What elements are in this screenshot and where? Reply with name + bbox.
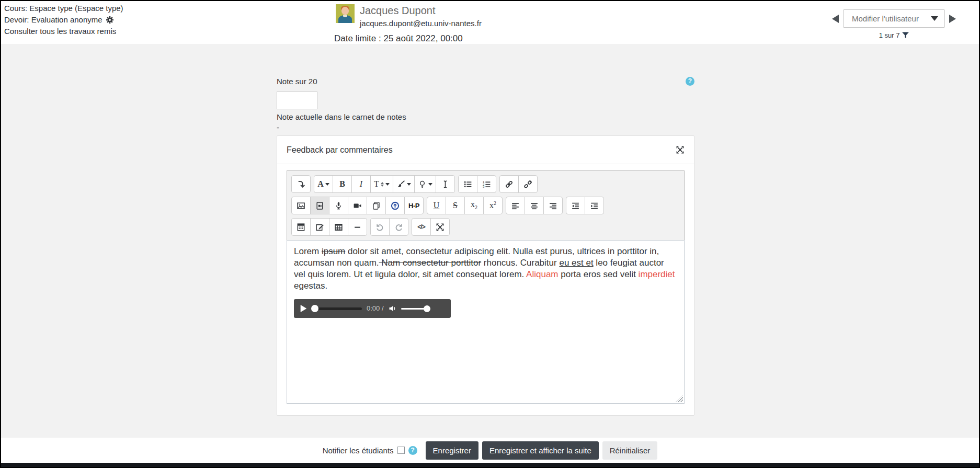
edit-pencil-button[interactable] xyxy=(310,218,329,236)
superscript-icon: x2 xyxy=(489,201,496,210)
upload-record-button[interactable] xyxy=(385,197,405,214)
pencil-square-icon xyxy=(315,223,324,232)
unlink-button[interactable] xyxy=(518,175,538,193)
due-date: Date limite : 25 août 2022, 00:00 xyxy=(334,33,463,44)
bold-button[interactable]: B xyxy=(333,175,352,193)
outdent-button[interactable] xyxy=(566,197,585,214)
expand-icon[interactable] xyxy=(676,145,685,154)
change-user-label: Modifier l'utilisateur xyxy=(852,14,919,23)
seek-thumb[interactable] xyxy=(311,305,318,312)
h5p-icon: H-P xyxy=(408,202,419,210)
clear-format-button[interactable] xyxy=(436,175,455,193)
html-code-button[interactable]: </> xyxy=(412,218,431,236)
redo-button[interactable] xyxy=(389,218,408,236)
equation-button[interactable] xyxy=(291,218,311,236)
page-header: Cours: Espace type (Espace type) Devoir:… xyxy=(1,1,979,44)
play-button[interactable] xyxy=(300,305,307,312)
action-bar: Notifier les étudiants ? Enregistrer Enr… xyxy=(1,438,979,463)
insert-media-button[interactable] xyxy=(310,197,329,214)
toggle-toolbar-button[interactable] xyxy=(291,175,311,193)
numbered-list-icon: 123 xyxy=(482,180,491,189)
horizontal-rule-button[interactable] xyxy=(348,218,367,236)
record-audio-button[interactable] xyxy=(329,197,348,214)
grading-page: { "header": { "course_line": "Cours: Esp… xyxy=(0,0,980,468)
ordered-list-button[interactable]: 123 xyxy=(477,175,496,193)
redo-icon xyxy=(394,223,403,232)
collapse-arrow-icon xyxy=(297,180,305,189)
insert-image-button[interactable] xyxy=(291,197,311,214)
notify-students-checkbox[interactable] xyxy=(397,447,405,454)
grade-input[interactable] xyxy=(277,92,317,109)
caret-down-icon xyxy=(407,183,411,186)
save-button[interactable]: Enregistrer xyxy=(426,441,478,460)
grade-label: Note sur 20 xyxy=(277,77,317,86)
volume-thumb[interactable] xyxy=(424,305,430,312)
unordered-list-button[interactable] xyxy=(458,175,477,193)
strikethrough-button[interactable]: S xyxy=(446,197,465,214)
seek-slider[interactable] xyxy=(312,305,362,312)
highlight-button[interactable] xyxy=(414,175,436,193)
assignment-line: Devoir: Evaluation anonyme xyxy=(4,14,123,26)
link-icon xyxy=(505,180,514,189)
save-and-show-next-button[interactable]: Enregistrer et afficher la suite xyxy=(482,441,599,460)
align-center-button[interactable] xyxy=(525,197,544,214)
resize-handle[interactable] xyxy=(676,395,683,402)
table-icon xyxy=(334,223,343,232)
pagination: 1 sur 7 xyxy=(843,31,945,39)
font-a-icon: A xyxy=(317,180,324,188)
change-user-dropdown[interactable]: Modifier l'utilisateur xyxy=(843,9,945,28)
align-left-button[interactable] xyxy=(506,197,525,214)
filter-icon[interactable] xyxy=(902,32,909,39)
caret-down-icon xyxy=(385,183,390,186)
font-family-button[interactable]: A xyxy=(314,175,333,193)
student-name: Jacques Dupont xyxy=(360,4,482,17)
fullscreen-button[interactable] xyxy=(430,218,450,236)
svg-text:3: 3 xyxy=(483,185,484,188)
feedback-comments-panel: Feedback par commentaires A xyxy=(277,135,694,416)
reset-button[interactable]: Réinitialiser xyxy=(602,441,658,460)
volume-slider[interactable] xyxy=(401,305,430,312)
italic-button[interactable]: I xyxy=(351,175,371,193)
lightbulb-icon xyxy=(418,180,427,189)
audio-player: 0:00 / xyxy=(294,299,451,318)
subscript-button[interactable]: x2 xyxy=(464,197,484,214)
image-icon xyxy=(297,201,305,210)
superscript-button[interactable]: x2 xyxy=(483,197,503,214)
course-line: Cours: Espace type (Espace type) xyxy=(4,3,123,14)
manage-files-button[interactable] xyxy=(367,197,386,214)
next-user-icon[interactable] xyxy=(949,15,956,23)
user-navigation: Modifier l'utilisateur xyxy=(832,9,956,28)
gear-icon[interactable] xyxy=(106,16,114,24)
view-all-submissions-link[interactable]: Consulter tous les travaux remis xyxy=(4,26,123,37)
undo-icon xyxy=(375,223,384,232)
indent-icon xyxy=(590,201,599,210)
bullet-list-icon xyxy=(463,180,472,189)
indent-button[interactable] xyxy=(585,197,604,214)
table-button[interactable] xyxy=(329,218,348,236)
h5p-button[interactable]: H-P xyxy=(404,197,424,214)
student-email: jacques.dupont@etu.univ-nantes.fr xyxy=(360,19,482,28)
editor-toolbar: A B I T xyxy=(287,170,685,240)
align-right-icon xyxy=(549,201,557,210)
font-size-icon: T xyxy=(374,180,379,188)
link-button[interactable] xyxy=(499,175,519,193)
text-color-button[interactable] xyxy=(393,175,415,193)
code-icon: </> xyxy=(417,223,425,231)
subscript-icon: x2 xyxy=(471,200,477,210)
font-size-button[interactable]: T xyxy=(370,175,393,193)
feedback-editor-content[interactable]: Lorem ipsum dolor sit amet, consectetur … xyxy=(287,240,685,404)
align-right-button[interactable] xyxy=(543,197,563,214)
underline-button[interactable]: U xyxy=(427,197,446,214)
notify-help-icon[interactable]: ? xyxy=(408,446,417,455)
help-icon[interactable]: ? xyxy=(686,77,694,86)
volume-icon[interactable] xyxy=(389,305,396,312)
current-grade-label: Note actuelle dans le carnet de notes xyxy=(277,112,694,122)
fullscreen-icon xyxy=(436,223,445,232)
record-video-button[interactable] xyxy=(348,197,367,214)
previous-user-icon[interactable] xyxy=(832,15,839,23)
pagination-text: 1 sur 7 xyxy=(879,31,900,39)
video-camera-icon xyxy=(353,201,362,210)
undo-button[interactable] xyxy=(370,218,390,236)
avatar[interactable] xyxy=(336,4,355,23)
assignment-line-text: Devoir: Evaluation anonyme xyxy=(4,14,102,26)
